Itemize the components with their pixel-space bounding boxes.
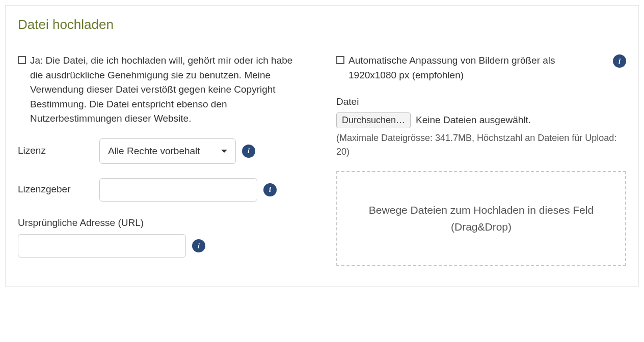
upload-panel: Datei hochladen Ja: Die Datei, die ich h… [5,5,639,287]
right-column: Automatische Anpassung von Bildern größe… [336,53,626,272]
file-dropzone[interactable]: Bewege Dateien zum Hochladen in dieses F… [336,171,626,266]
info-icon[interactable]: i [613,54,626,68]
ownership-checkbox[interactable] [18,56,26,64]
info-icon[interactable]: i [263,183,277,196]
autoresize-checkbox-row: Automatische Anpassung von Bildern größe… [336,53,626,82]
original-url-input-row: i [18,234,308,258]
info-icon[interactable]: i [192,239,205,252]
license-select-value: Alle Rechte vorbehalt [108,146,200,157]
panel-body: Ja: Die Datei, die ich hochladen will, g… [6,43,638,286]
original-url-label: Ursprüngliche Adresse (URL) [18,216,308,231]
original-url-input[interactable] [18,234,186,258]
ownership-checkbox-row: Ja: Die Datei, die ich hochladen will, g… [18,53,308,126]
browse-button[interactable]: Durchsuchen… [336,112,411,128]
file-status-text: Keine Dateien ausgewählt. [416,113,531,128]
license-label: Lizenz [18,144,93,158]
info-icon[interactable]: i [242,145,255,158]
file-section: Datei Durchsuchen… Keine Dateien ausgewä… [336,95,626,266]
license-select[interactable]: Alle Rechte vorbehalt [99,138,236,164]
file-label: Datei [336,95,626,109]
ownership-checkbox-label: Ja: Die Datei, die ich hochladen will, g… [30,53,308,126]
file-picker-row: Durchsuchen… Keine Dateien ausgewählt. [336,112,626,128]
license-row: Lizenz Alle Rechte vorbehalt i [18,138,308,164]
file-size-hint: (Maximale Dateigrösse: 341.7MB, Höchstza… [336,131,626,159]
license-select-wrap: Alle Rechte vorbehalt [99,138,236,164]
licensor-row: Lizenzgeber i [18,178,308,202]
autoresize-checkbox-label: Automatische Anpassung von Bildern größe… [348,53,602,82]
licensor-label: Lizenzgeber [18,182,93,197]
panel-title: Datei hochladen [18,15,626,35]
licensor-input[interactable] [99,178,257,202]
panel-header: Datei hochladen [6,6,638,43]
autoresize-checkbox[interactable] [336,56,344,64]
left-column: Ja: Die Datei, die ich hochladen will, g… [18,53,308,272]
original-url-row: Ursprüngliche Adresse (URL) i [18,216,308,258]
